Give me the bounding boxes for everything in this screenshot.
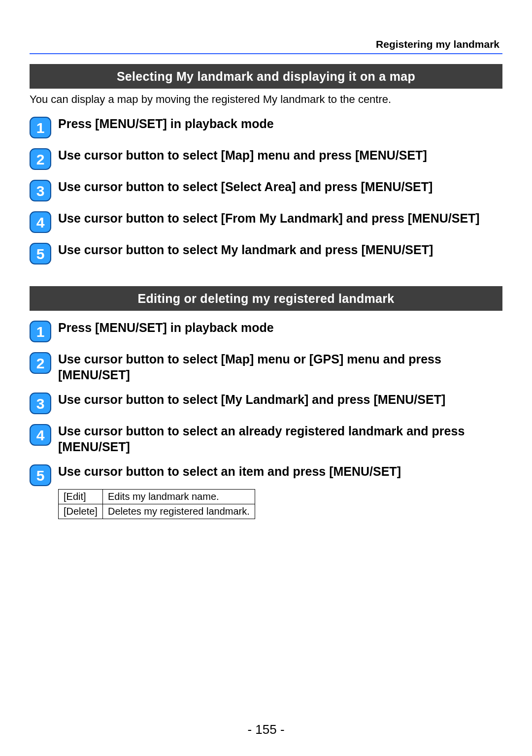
step-text: Use cursor button to select an already r… bbox=[58, 423, 502, 455]
step-row: 4 Use cursor button to select an already… bbox=[30, 423, 502, 455]
section-header-select: Selecting My landmark and displaying it … bbox=[30, 64, 502, 89]
svg-text:5: 5 bbox=[36, 246, 45, 262]
step-number-icon: 5 bbox=[30, 464, 51, 486]
option-label: [Delete] bbox=[59, 504, 103, 519]
svg-text:5: 5 bbox=[36, 467, 45, 484]
step-text: Use cursor button to select [Select Area… bbox=[58, 179, 502, 195]
section-intro: You can display a map by moving the regi… bbox=[30, 93, 502, 107]
step-number-icon: 3 bbox=[30, 393, 51, 414]
option-desc: Edits my landmark name. bbox=[102, 489, 255, 504]
step-text: Use cursor button to select [From My Lan… bbox=[58, 210, 502, 226]
step-text: Use cursor button to select [Map] menu o… bbox=[58, 351, 502, 383]
step-row: 5 Use cursor button to select My landmar… bbox=[30, 242, 502, 264]
step-text: Use cursor button to select an item and … bbox=[58, 463, 502, 479]
step-row: 3 Use cursor button to select [Select Ar… bbox=[30, 179, 502, 201]
step-row: 4 Use cursor button to select [From My L… bbox=[30, 210, 502, 233]
svg-text:3: 3 bbox=[36, 183, 45, 199]
svg-text:4: 4 bbox=[36, 214, 45, 230]
page-header-title: Registering my landmark bbox=[30, 38, 502, 50]
svg-text:4: 4 bbox=[36, 427, 45, 443]
step-row: 3 Use cursor button to select [My Landma… bbox=[30, 392, 502, 414]
step-text: Use cursor button to select [My Landmark… bbox=[58, 392, 502, 407]
table-row: [Delete] Deletes my registered landmark. bbox=[59, 504, 255, 519]
options-table: [Edit] Edits my landmark name. [Delete] … bbox=[58, 489, 255, 519]
svg-text:3: 3 bbox=[36, 395, 45, 412]
step-row: 1 Press [MENU/SET] in playback mode bbox=[30, 116, 502, 138]
section-header-edit: Editing or deleting my registered landma… bbox=[30, 286, 502, 311]
step-text: Use cursor button to select My landmark … bbox=[58, 242, 502, 258]
step-number-icon: 5 bbox=[30, 243, 51, 264]
svg-text:2: 2 bbox=[36, 151, 45, 167]
option-desc: Deletes my registered landmark. bbox=[102, 504, 255, 519]
step-number-icon: 1 bbox=[30, 117, 51, 138]
step-row: 5 Use cursor button to select an item an… bbox=[30, 463, 502, 486]
step-text: Use cursor button to select [Map] menu a… bbox=[58, 147, 502, 163]
step-number-icon: 4 bbox=[30, 424, 51, 446]
table-row: [Edit] Edits my landmark name. bbox=[59, 489, 255, 504]
step-text: Press [MENU/SET] in playback mode bbox=[58, 116, 502, 131]
step-row: 2 Use cursor button to select [Map] menu… bbox=[30, 147, 502, 170]
step-text: Press [MENU/SET] in playback mode bbox=[58, 320, 502, 335]
step-number-icon: 2 bbox=[30, 148, 51, 170]
page-number: - 155 - bbox=[0, 722, 532, 737]
step-row: 2 Use cursor button to select [Map] menu… bbox=[30, 351, 502, 383]
svg-text:1: 1 bbox=[36, 120, 45, 136]
svg-text:2: 2 bbox=[36, 355, 45, 371]
step-row: 1 Press [MENU/SET] in playback mode bbox=[30, 320, 502, 342]
page: Registering my landmark Selecting My lan… bbox=[0, 0, 532, 756]
step-number-icon: 2 bbox=[30, 352, 51, 374]
step-number-icon: 4 bbox=[30, 211, 51, 233]
svg-text:1: 1 bbox=[36, 324, 45, 340]
option-label: [Edit] bbox=[59, 489, 103, 504]
step-number-icon: 3 bbox=[30, 180, 51, 201]
header-divider bbox=[30, 53, 502, 54]
step-number-icon: 1 bbox=[30, 321, 51, 342]
